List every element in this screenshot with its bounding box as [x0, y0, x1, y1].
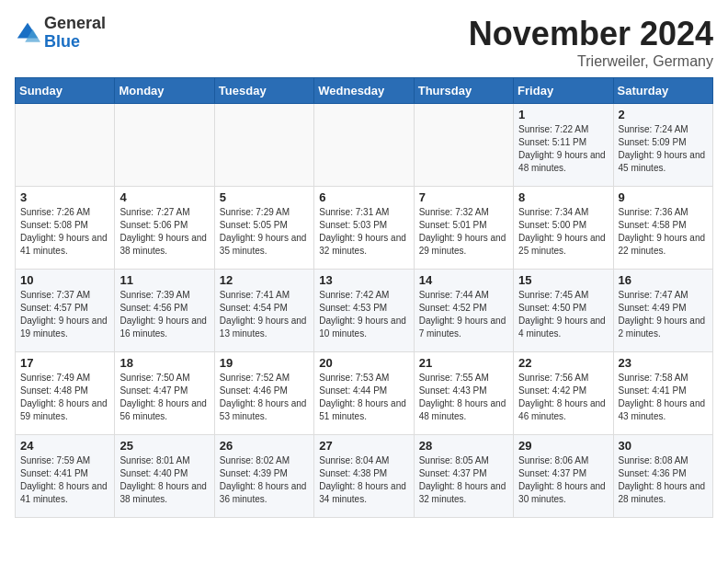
week-row-4: 24Sunrise: 7:59 AM Sunset: 4:41 PM Dayli… — [16, 435, 713, 518]
day-number: 14 — [419, 273, 508, 287]
day-info: Sunrise: 7:31 AM Sunset: 5:03 PM Dayligh… — [319, 206, 408, 258]
day-info: Sunrise: 8:04 AM Sunset: 4:38 PM Dayligh… — [319, 454, 408, 506]
week-row-3: 17Sunrise: 7:49 AM Sunset: 4:48 PM Dayli… — [16, 352, 713, 435]
day-number: 5 — [220, 190, 309, 204]
day-info: Sunrise: 7:47 AM Sunset: 4:49 PM Dayligh… — [619, 289, 708, 340]
calendar-cell: 2Sunrise: 7:24 AM Sunset: 5:09 PM Daylig… — [613, 104, 712, 187]
header-wednesday: Wednesday — [314, 78, 414, 104]
day-info: Sunrise: 7:39 AM Sunset: 4:56 PM Dayligh… — [119, 289, 209, 340]
calendar-cell — [314, 104, 414, 187]
logo: General Blue — [15, 15, 106, 52]
day-info: Sunrise: 7:45 AM Sunset: 4:50 PM Dayligh… — [518, 289, 608, 340]
header-friday: Friday — [514, 78, 613, 104]
day-number: 4 — [119, 190, 209, 204]
day-number: 9 — [619, 190, 708, 204]
header-sunday: Sunday — [16, 78, 115, 104]
logo-general-text: General — [44, 15, 106, 33]
calendar-cell: 21Sunrise: 7:55 AM Sunset: 4:43 PM Dayli… — [414, 352, 513, 435]
calendar-cell: 16Sunrise: 7:47 AM Sunset: 4:49 PM Dayli… — [613, 270, 712, 352]
logo-text: General Blue — [44, 15, 106, 52]
day-number: 24 — [20, 439, 109, 453]
calendar-cell: 26Sunrise: 8:02 AM Sunset: 4:39 PM Dayli… — [214, 435, 313, 518]
calendar-cell: 28Sunrise: 8:05 AM Sunset: 4:37 PM Dayli… — [414, 435, 513, 518]
week-row-1: 3Sunrise: 7:26 AM Sunset: 5:08 PM Daylig… — [16, 187, 713, 270]
day-number: 13 — [319, 273, 408, 287]
calendar-cell: 25Sunrise: 8:01 AM Sunset: 4:40 PM Dayli… — [115, 435, 214, 518]
day-number: 2 — [619, 108, 708, 121]
day-number: 3 — [20, 190, 109, 204]
calendar-cell: 18Sunrise: 7:50 AM Sunset: 4:47 PM Dayli… — [115, 352, 214, 435]
main-title: November 2024 — [469, 15, 713, 53]
day-info: Sunrise: 7:22 AM Sunset: 5:11 PM Dayligh… — [518, 123, 608, 175]
calendar-cell: 8Sunrise: 7:34 AM Sunset: 5:00 PM Daylig… — [514, 187, 613, 270]
header-saturday: Saturday — [613, 78, 712, 104]
calendar-cell: 11Sunrise: 7:39 AM Sunset: 4:56 PM Dayli… — [115, 270, 214, 352]
day-info: Sunrise: 7:41 AM Sunset: 4:54 PM Dayligh… — [220, 289, 309, 340]
day-info: Sunrise: 7:26 AM Sunset: 5:08 PM Dayligh… — [20, 206, 109, 258]
calendar-cell: 22Sunrise: 7:56 AM Sunset: 4:42 PM Dayli… — [514, 352, 613, 435]
day-number: 8 — [518, 190, 608, 204]
calendar-cell: 1Sunrise: 7:22 AM Sunset: 5:11 PM Daylig… — [514, 104, 613, 187]
calendar-cell: 15Sunrise: 7:45 AM Sunset: 4:50 PM Dayli… — [514, 270, 613, 352]
subtitle: Trierweiler, Germany — [469, 53, 713, 70]
day-info: Sunrise: 7:36 AM Sunset: 4:58 PM Dayligh… — [619, 206, 708, 258]
calendar-cell: 14Sunrise: 7:44 AM Sunset: 4:52 PM Dayli… — [414, 270, 513, 352]
day-info: Sunrise: 7:32 AM Sunset: 5:01 PM Dayligh… — [419, 206, 508, 258]
calendar-cell: 27Sunrise: 8:04 AM Sunset: 4:38 PM Dayli… — [314, 435, 414, 518]
day-number: 17 — [20, 356, 109, 370]
day-info: Sunrise: 7:52 AM Sunset: 4:46 PM Dayligh… — [220, 372, 309, 423]
day-number: 26 — [220, 439, 309, 453]
calendar-cell — [414, 104, 513, 187]
logo-blue-text: Blue — [44, 33, 106, 52]
logo-icon — [15, 20, 40, 46]
day-info: Sunrise: 7:53 AM Sunset: 4:44 PM Dayligh… — [319, 372, 408, 423]
week-row-0: 1Sunrise: 7:22 AM Sunset: 5:11 PM Daylig… — [16, 104, 713, 187]
day-number: 23 — [619, 356, 708, 370]
calendar-cell: 12Sunrise: 7:41 AM Sunset: 4:54 PM Dayli… — [214, 270, 313, 352]
day-info: Sunrise: 7:50 AM Sunset: 4:47 PM Dayligh… — [119, 372, 209, 423]
day-info: Sunrise: 8:02 AM Sunset: 4:39 PM Dayligh… — [220, 454, 309, 506]
header-thursday: Thursday — [414, 78, 513, 104]
day-number: 27 — [319, 439, 408, 453]
calendar-cell: 29Sunrise: 8:06 AM Sunset: 4:37 PM Dayli… — [514, 435, 613, 518]
header-monday: Monday — [115, 78, 214, 104]
day-number: 10 — [20, 273, 109, 287]
day-number: 6 — [319, 190, 408, 204]
day-number: 7 — [419, 190, 508, 204]
day-number: 12 — [220, 273, 309, 287]
day-number: 20 — [319, 356, 408, 370]
calendar-cell: 9Sunrise: 7:36 AM Sunset: 4:58 PM Daylig… — [613, 187, 712, 270]
day-number: 28 — [419, 439, 508, 453]
day-info: Sunrise: 7:55 AM Sunset: 4:43 PM Dayligh… — [419, 372, 508, 423]
day-number: 19 — [220, 356, 309, 370]
day-info: Sunrise: 7:27 AM Sunset: 5:06 PM Dayligh… — [119, 206, 209, 258]
calendar-cell: 7Sunrise: 7:32 AM Sunset: 5:01 PM Daylig… — [414, 187, 513, 270]
day-info: Sunrise: 7:34 AM Sunset: 5:00 PM Dayligh… — [518, 206, 608, 258]
header-row: SundayMondayTuesdayWednesdayThursdayFrid… — [16, 78, 713, 104]
day-number: 30 — [619, 439, 708, 453]
day-info: Sunrise: 7:29 AM Sunset: 5:05 PM Dayligh… — [220, 206, 309, 258]
day-number: 21 — [419, 356, 508, 370]
header-tuesday: Tuesday — [214, 78, 313, 104]
day-number: 22 — [518, 356, 608, 370]
calendar-cell: 23Sunrise: 7:58 AM Sunset: 4:41 PM Dayli… — [613, 352, 712, 435]
day-info: Sunrise: 7:58 AM Sunset: 4:41 PM Dayligh… — [619, 372, 708, 423]
day-number: 15 — [518, 273, 608, 287]
calendar-cell: 24Sunrise: 7:59 AM Sunset: 4:41 PM Dayli… — [16, 435, 115, 518]
day-info: Sunrise: 8:06 AM Sunset: 4:37 PM Dayligh… — [518, 454, 608, 506]
calendar-cell: 20Sunrise: 7:53 AM Sunset: 4:44 PM Dayli… — [314, 352, 414, 435]
calendar-table: SundayMondayTuesdayWednesdayThursdayFrid… — [15, 77, 713, 518]
day-number: 25 — [119, 439, 209, 453]
calendar-cell — [115, 104, 214, 187]
day-info: Sunrise: 7:24 AM Sunset: 5:09 PM Dayligh… — [619, 123, 708, 175]
day-info: Sunrise: 7:59 AM Sunset: 4:41 PM Dayligh… — [20, 454, 109, 506]
calendar-cell: 3Sunrise: 7:26 AM Sunset: 5:08 PM Daylig… — [16, 187, 115, 270]
day-info: Sunrise: 7:44 AM Sunset: 4:52 PM Dayligh… — [419, 289, 508, 340]
day-info: Sunrise: 7:56 AM Sunset: 4:42 PM Dayligh… — [518, 372, 608, 423]
day-info: Sunrise: 7:42 AM Sunset: 4:53 PM Dayligh… — [319, 289, 408, 340]
calendar-cell: 30Sunrise: 8:08 AM Sunset: 4:36 PM Dayli… — [613, 435, 712, 518]
calendar-cell: 19Sunrise: 7:52 AM Sunset: 4:46 PM Dayli… — [214, 352, 313, 435]
calendar-body: 1Sunrise: 7:22 AM Sunset: 5:11 PM Daylig… — [16, 104, 713, 518]
calendar-cell: 17Sunrise: 7:49 AM Sunset: 4:48 PM Dayli… — [16, 352, 115, 435]
calendar-cell — [16, 104, 115, 187]
